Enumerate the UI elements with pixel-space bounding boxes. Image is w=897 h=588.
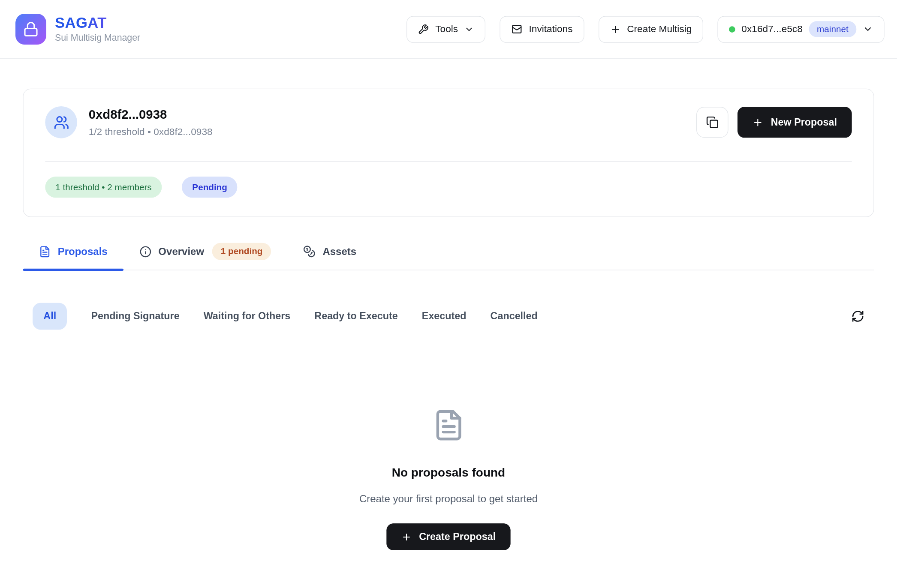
connection-status-dot: [729, 26, 735, 33]
copy-icon: [706, 116, 719, 129]
tab-overview[interactable]: Overview 1 pending: [123, 243, 287, 270]
refresh-button[interactable]: [851, 310, 864, 323]
filter-cancelled[interactable]: Cancelled: [491, 310, 538, 322]
file-text-icon: [432, 408, 465, 441]
mail-icon: [511, 24, 523, 35]
multisig-title: 0xd8f2...0938: [89, 107, 213, 122]
top-header: SAGAT Sui Multisig Manager Tools: [0, 0, 897, 59]
network-badge: mainnet: [809, 21, 856, 37]
filter-ready-to-execute[interactable]: Ready to Execute: [314, 310, 398, 322]
empty-state-subtitle: Create your first proposal to get starte…: [359, 493, 538, 505]
tab-bar: Proposals Overview 1 pending Assets: [23, 243, 874, 270]
wrench-icon: [418, 24, 429, 34]
invitations-button[interactable]: Invitations: [500, 16, 584, 43]
new-proposal-button[interactable]: New Proposal: [737, 107, 852, 138]
pending-count-badge: 1 pending: [212, 243, 271, 260]
lock-icon: [15, 14, 46, 45]
filter-waiting-for-others[interactable]: Waiting for Others: [204, 310, 291, 322]
info-icon: [139, 246, 151, 258]
refresh-icon: [851, 310, 864, 323]
brand-home-link[interactable]: SAGAT Sui Multisig Manager: [15, 14, 140, 45]
create-proposal-label: Create Proposal: [419, 531, 496, 543]
wallet-address: 0x16d7...e5c8: [741, 24, 802, 35]
new-proposal-label: New Proposal: [771, 116, 837, 128]
proposal-filters: All Pending Signature Waiting for Others…: [23, 303, 874, 330]
tab-overview-label: Overview: [158, 246, 204, 258]
plus-icon: [401, 532, 412, 542]
coins-icon: [303, 245, 316, 258]
tools-label: Tools: [435, 24, 458, 35]
filter-all[interactable]: All: [33, 303, 67, 330]
members-badge: 1 threshold • 2 members: [45, 177, 162, 198]
multisig-subtitle: 1/2 threshold • 0xd8f2...0938: [89, 126, 213, 138]
copy-address-button[interactable]: [696, 107, 728, 138]
empty-state: No proposals found Create your first pro…: [23, 408, 874, 550]
plus-icon: [610, 24, 620, 34]
create-multisig-label: Create Multisig: [627, 24, 692, 35]
filter-executed[interactable]: Executed: [422, 310, 467, 322]
tab-proposals[interactable]: Proposals: [23, 243, 123, 270]
multisig-card: 0xd8f2...0938 1/2 threshold • 0xd8f2...0…: [23, 89, 874, 217]
tab-assets[interactable]: Assets: [287, 243, 373, 270]
create-multisig-button[interactable]: Create Multisig: [599, 16, 703, 43]
chevron-down-icon: [464, 24, 474, 34]
invitations-label: Invitations: [529, 24, 572, 35]
empty-state-title: No proposals found: [392, 466, 505, 480]
app-title: SAGAT: [55, 15, 140, 31]
filter-pending-signature[interactable]: Pending Signature: [91, 310, 179, 322]
chevron-down-icon: [863, 24, 873, 34]
file-text-icon: [39, 246, 51, 258]
main-content: 0xd8f2...0938 1/2 threshold • 0xd8f2...0…: [0, 89, 897, 550]
app-viewport: SAGAT Sui Multisig Manager Tools: [0, 0, 897, 588]
plus-icon: [753, 117, 763, 128]
status-badge: Pending: [182, 177, 238, 198]
tools-button[interactable]: Tools: [407, 16, 486, 43]
tab-proposals-label: Proposals: [58, 246, 108, 258]
card-divider: [45, 161, 852, 162]
create-proposal-button[interactable]: Create Proposal: [386, 523, 511, 550]
multisig-avatar: [45, 106, 77, 138]
wallet-button[interactable]: 0x16d7...e5c8 mainnet: [717, 16, 884, 43]
app-subtitle: Sui Multisig Manager: [55, 33, 140, 43]
header-actions: Tools Invitations Create Multisig: [407, 16, 885, 43]
tab-assets-label: Assets: [322, 246, 356, 258]
users-icon: [54, 114, 69, 130]
